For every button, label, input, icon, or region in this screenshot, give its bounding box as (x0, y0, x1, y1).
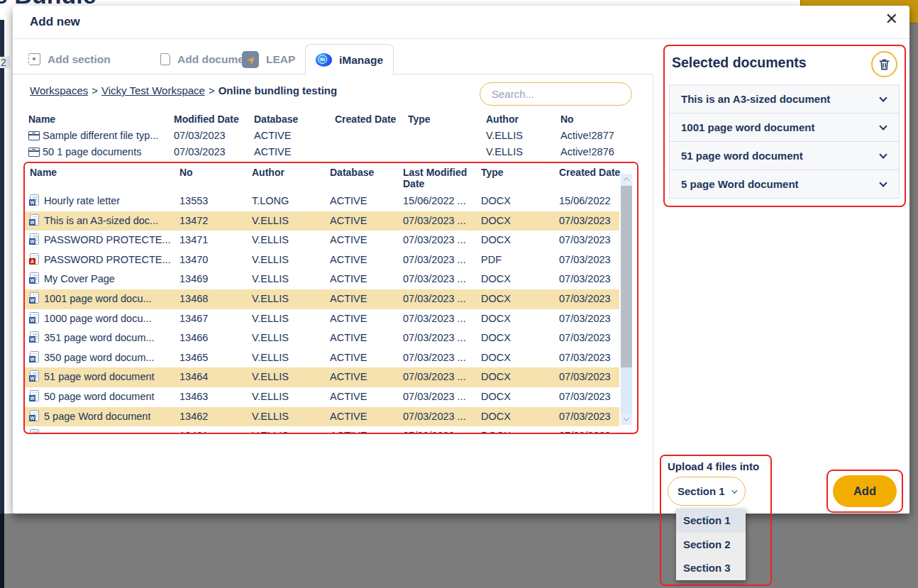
chevron-down-icon[interactable] (879, 150, 887, 158)
tab-add-document[interactable]: Add document (160, 44, 255, 74)
breadcrumb-workspaces-link[interactable]: Workspaces (30, 84, 88, 96)
table-scrollbar[interactable] (621, 174, 632, 425)
tab-add-section-label: Add section (48, 53, 111, 66)
close-icon[interactable]: ✕ (885, 9, 898, 30)
menu-option-section-1[interactable]: Section 1 (676, 509, 746, 533)
doc-database: ACTIVE (330, 234, 367, 245)
document-row-selected[interactable]: W This is an A3-sized doc... 13472 V.ELL… (25, 211, 619, 231)
doc-modified: 07/03/2023 ... (403, 411, 470, 422)
doc-created: 07/03/2023 (559, 234, 611, 245)
doc-database: ACTIVE (330, 215, 367, 226)
scroll-down-icon[interactable] (621, 414, 632, 425)
doc-author: V.ELLIS (252, 430, 289, 433)
imanage-icon (316, 53, 332, 67)
breadcrumb: Workspaces>Vicky Test Workspace>Online b… (30, 84, 337, 96)
doc-created: 07/03/2023 (559, 352, 611, 363)
file-type-icon: W (30, 233, 39, 245)
section-select[interactable]: Section 1 (668, 477, 746, 506)
doc-database: ACTIVE (330, 254, 367, 265)
doc-author: V.ELLIS (252, 411, 289, 422)
column-header: No (179, 167, 193, 178)
doc-type: DOCX (481, 430, 511, 433)
doc-name: PASSWORD PROTECTE... (44, 234, 171, 245)
leap-arrow-glyph: ➤ (245, 53, 258, 66)
doc-modified: 07/03/2023 ... (403, 391, 470, 402)
doc-type: DOCX (481, 332, 511, 343)
doc-name: 351 page word docum... (44, 332, 155, 343)
selected-documents-list: This is an A3-sized document 1001 page w… (669, 85, 900, 199)
add-button[interactable]: Add (833, 475, 897, 507)
tab-add-section[interactable]: Add section (28, 44, 111, 74)
document-row[interactable]: W 1000 page word docu... 13467 V.ELLIS A… (25, 309, 619, 329)
workspace-database: ACTIVE (254, 130, 291, 141)
selected-document-item[interactable]: This is an A3-sized document (669, 84, 900, 113)
doc-author: T.LONG (252, 195, 289, 206)
document-row[interactable]: A PASSWORD PROTECTE... 13470 V.ELLIS ACT… (25, 250, 619, 270)
breadcrumb-separator: > (88, 84, 101, 96)
doc-database: ACTIVE (330, 195, 367, 206)
breadcrumb-workspace-link[interactable]: Vicky Test Workspace (101, 84, 205, 96)
column-header: Type (481, 167, 504, 178)
document-row[interactable]: W 350 page word docum... 13465 V.ELLIS A… (25, 348, 619, 368)
scrollbar-thumb[interactable] (621, 186, 632, 367)
doc-no: 13464 (179, 371, 208, 382)
doc-no: 13463 (179, 391, 208, 402)
file-type-icon: W (30, 370, 39, 382)
workspace-modified: 07/03/2023 (174, 146, 226, 157)
document-row[interactable]: W 50 page word document 13463 V.ELLIS AC… (25, 387, 619, 407)
doc-created: 07/03/2023 (559, 371, 611, 382)
workspace-row[interactable]: 50 1 page documents 07/03/2023 ACTIVE V.… (13, 145, 637, 162)
doc-no: 13466 (179, 332, 208, 343)
doc-modified: 07/03/2023 ... (403, 332, 470, 343)
breadcrumb-separator: > (205, 84, 219, 96)
document-row-selected[interactable]: W 1001 page word docu... 13468 V.ELLIS A… (25, 289, 619, 309)
menu-option-section-2[interactable]: Section 2 (676, 533, 746, 557)
chevron-down-icon[interactable] (879, 179, 887, 187)
breadcrumb-current: Online bundling testing (219, 84, 337, 96)
clear-selected-button[interactable] (871, 51, 897, 77)
doc-author: V.ELLIS (252, 293, 289, 304)
selected-document-label: 1001 page word document (681, 121, 814, 133)
doc-created: 15/06/2022 (559, 195, 611, 206)
chevron-down-icon[interactable] (879, 94, 887, 101)
document-row-selected[interactable]: W 51 page word document 13464 V.ELLIS AC… (25, 367, 619, 387)
document-row[interactable]: W PASSWORD PROTECTE... 13471 V.ELLIS ACT… (25, 231, 619, 250)
doc-database: ACTIVE (330, 313, 367, 324)
doc-type: DOCX (481, 215, 511, 226)
scroll-up-icon[interactable] (621, 174, 632, 185)
doc-author: V.ELLIS (252, 391, 289, 402)
document-row[interactable]: W Hourly rate letter 13553 T.LONG ACTIVE… (25, 192, 619, 211)
add-section-icon (28, 53, 40, 65)
menu-option-section-3[interactable]: Section 3 (676, 556, 746, 580)
document-row[interactable]: W My Cover Page 13469 V.ELLIS ACTIVE 07/… (25, 270, 619, 289)
documents-table: Name No Author Database Last Modified Da… (23, 162, 638, 434)
trash-icon (878, 57, 891, 71)
file-type-icon: W (30, 194, 39, 206)
document-row-selected[interactable]: W 5 page Word document 13462 V.ELLIS ACT… (25, 407, 619, 427)
chevron-down-icon[interactable] (879, 122, 887, 130)
chevron-down-icon (731, 487, 737, 493)
selected-document-item[interactable]: 51 page word document (669, 141, 900, 170)
document-row[interactable]: W 13461 V.ELLIS ACTIVE 07/03/2023 ... DO… (25, 426, 619, 433)
section-dropdown-menu: Section 1 Section 2 Section 3 (676, 509, 746, 580)
workspace-row[interactable]: Sample different file typ... 07/03/2023 … (13, 129, 637, 145)
column-header: Created Date (335, 113, 396, 125)
file-type-icon: W (30, 390, 39, 401)
doc-name: 50 page word document (44, 391, 155, 402)
tab-imanage[interactable]: iManage (305, 44, 394, 75)
search-input[interactable] (480, 83, 631, 105)
doc-modified: 07/03/2023 ... (403, 430, 470, 433)
tab-leap[interactable]: ➤ LEAP (242, 44, 295, 74)
doc-modified: 07/03/2023 ... (403, 371, 470, 382)
doc-database: ACTIVE (330, 293, 367, 304)
doc-database: ACTIVE (330, 411, 367, 422)
selected-document-item[interactable]: 5 page Word document (669, 170, 900, 199)
doc-name: My Cover Page (44, 273, 115, 284)
selected-document-item[interactable]: 1001 page word document (669, 113, 900, 142)
workspace-database: ACTIVE (254, 146, 291, 157)
column-header: Created Date (559, 167, 620, 178)
doc-no: 13462 (179, 411, 208, 422)
column-header: Author (252, 167, 284, 178)
document-row[interactable]: W 351 page word docum... 13466 V.ELLIS A… (25, 328, 619, 348)
workspace-box-icon (28, 131, 40, 140)
